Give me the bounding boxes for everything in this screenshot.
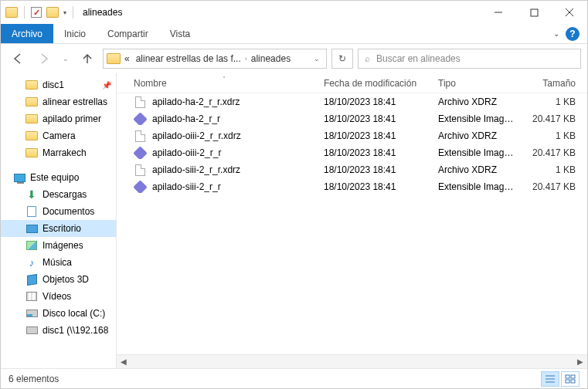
column-type[interactable]: Tipo bbox=[433, 78, 523, 89]
file-row[interactable]: apilado-ha-2_r_r.xdrz18/10/2023 18:41Arc… bbox=[117, 93, 587, 110]
breadcrumb-item[interactable]: alineades bbox=[249, 53, 293, 64]
separator bbox=[24, 6, 25, 19]
qat-properties-icon[interactable]: ✓ bbox=[31, 7, 42, 18]
cell-size: 1 KB bbox=[523, 130, 580, 141]
file-rows: apilado-ha-2_r_r.xdrz18/10/2023 18:41Arc… bbox=[117, 93, 587, 354]
tree-pc-item[interactable]: Documentos bbox=[1, 203, 116, 220]
tree-pc-item[interactable]: Disco local (C:) bbox=[1, 305, 116, 322]
tree-quick-item[interactable]: apilado primer bbox=[1, 110, 116, 127]
tree-pc-item[interactable]: Vídeos bbox=[1, 288, 116, 305]
minimize-button[interactable] bbox=[481, 1, 516, 24]
folder-icon bbox=[25, 147, 38, 159]
status-bar: 6 elementos bbox=[1, 368, 587, 388]
tree-this-pc[interactable]: Este equipo bbox=[1, 169, 116, 186]
cell-date: 18/10/2023 18:41 bbox=[319, 164, 433, 175]
tree-item-label: Marrakech bbox=[42, 147, 87, 158]
tree-pc-item[interactable]: Escritorio bbox=[1, 220, 116, 237]
file-row[interactable]: apilado-oiii-2_r_r18/10/2023 18:41Extens… bbox=[117, 144, 587, 161]
address-bar[interactable]: « alinear estrellas de las f... › alinea… bbox=[103, 49, 327, 69]
chevron-right-icon[interactable]: › bbox=[245, 55, 247, 63]
tree-pc-item[interactable]: Imágenes bbox=[1, 237, 116, 254]
file-row[interactable]: apilado-oiii-2_r_r.xdrz18/10/2023 18:41A… bbox=[117, 127, 587, 144]
tree-quick-item[interactable]: disc1📌 bbox=[1, 76, 116, 93]
close-button[interactable] bbox=[552, 1, 587, 24]
app-icon[interactable] bbox=[5, 7, 18, 18]
file-row[interactable]: apilado-siii-2_r_r.xdrz18/10/2023 18:41A… bbox=[117, 161, 587, 178]
help-icon[interactable]: ? bbox=[566, 27, 580, 41]
tree-pc-item[interactable]: ⬇Descargas bbox=[1, 186, 116, 203]
svg-rect-10 bbox=[571, 380, 575, 383]
cell-type: Extensible Image ... bbox=[433, 113, 523, 124]
cell-date: 18/10/2023 18:41 bbox=[319, 113, 433, 124]
tree-item-label: Vídeos bbox=[42, 291, 71, 302]
crumb-overflow[interactable]: « bbox=[122, 53, 132, 64]
view-icons-button[interactable] bbox=[561, 371, 580, 387]
tree-pc-item[interactable]: disc1 (\\192.168 bbox=[1, 322, 116, 339]
address-folder-icon bbox=[107, 53, 121, 64]
status-count: 6 elementos bbox=[8, 374, 59, 384]
tree-quick-item[interactable]: Camera bbox=[1, 127, 116, 144]
desk-icon bbox=[25, 222, 38, 235]
ribbon-tab-share[interactable]: Compartir bbox=[97, 24, 159, 43]
tree-pc-item[interactable]: ♪Música bbox=[1, 254, 116, 271]
ribbon: Archivo Inicio Compartir Vista ⌄ ? bbox=[1, 24, 587, 44]
column-date[interactable]: Fecha de modificación bbox=[319, 78, 433, 89]
file-icon bbox=[134, 164, 146, 176]
disk-icon bbox=[25, 307, 38, 320]
cell-size: 20.417 KB bbox=[523, 181, 580, 192]
cell-type: Archivo XDRZ bbox=[433, 164, 523, 175]
search-input[interactable]: ⌕ Buscar en alineades bbox=[358, 49, 581, 69]
file-name: apilado-oiii-2_r_r bbox=[152, 147, 221, 158]
img-icon bbox=[25, 239, 38, 252]
file-name: apilado-siii-2_r_r.xdrz bbox=[152, 164, 240, 175]
cell-date: 18/10/2023 18:41 bbox=[319, 130, 433, 141]
tree-quick-item[interactable]: alinear estrellas bbox=[1, 93, 116, 110]
scroll-left-icon[interactable]: ◀ bbox=[117, 357, 131, 366]
svg-rect-8 bbox=[571, 375, 575, 378]
navigation-tree[interactable]: disc1📌alinear estrellasapilado primerCam… bbox=[1, 73, 117, 368]
qat-customize-icon[interactable]: ▾ bbox=[63, 9, 66, 16]
up-button[interactable] bbox=[76, 49, 98, 69]
file-row[interactable]: apilado-siii-2_r_r18/10/2023 18:41Extens… bbox=[117, 178, 587, 195]
ribbon-tab-view[interactable]: Vista bbox=[159, 24, 201, 43]
file-icon bbox=[134, 130, 146, 142]
separator bbox=[73, 6, 73, 19]
tree-pc-item[interactable]: Objetos 3D bbox=[1, 271, 116, 288]
maximize-button[interactable] bbox=[516, 1, 552, 24]
vid-icon bbox=[25, 290, 38, 303]
back-button[interactable] bbox=[7, 49, 29, 69]
window-controls bbox=[481, 1, 587, 24]
file-name: apilado-ha-2_r_r bbox=[152, 113, 220, 124]
column-size[interactable]: Tamaño bbox=[523, 78, 580, 89]
ribbon-expand-icon[interactable]: ⌄ bbox=[553, 29, 559, 38]
column-name[interactable]: Nombre˄ bbox=[129, 78, 319, 89]
xisf-icon bbox=[134, 181, 146, 193]
quick-access-toolbar: ✓ ▾ bbox=[5, 6, 75, 19]
view-details-button[interactable] bbox=[541, 371, 559, 387]
cell-size: 20.417 KB bbox=[523, 147, 580, 158]
horizontal-scrollbar[interactable]: ◀ ▶ bbox=[117, 354, 587, 368]
recent-locations-button[interactable]: ⌄ bbox=[59, 49, 72, 69]
file-row[interactable]: apilado-ha-2_r_r18/10/2023 18:41Extensib… bbox=[117, 110, 587, 127]
file-list-pane: Nombre˄ Fecha de modificación Tipo Tamañ… bbox=[117, 73, 587, 368]
window-title: alineades bbox=[83, 7, 122, 18]
titlebar: ✓ ▾ alineades bbox=[1, 1, 587, 24]
cell-date: 18/10/2023 18:41 bbox=[319, 147, 433, 158]
search-placeholder: Buscar en alineades bbox=[376, 53, 461, 64]
tree-quick-item[interactable]: Marrakech bbox=[1, 144, 116, 161]
qat-newfolder-icon[interactable] bbox=[46, 7, 59, 18]
content-area: disc1📌alinear estrellasapilado primerCam… bbox=[1, 73, 587, 368]
svg-rect-7 bbox=[566, 375, 569, 378]
tree-item-label: Objetos 3D bbox=[42, 274, 89, 285]
folder-icon bbox=[25, 130, 38, 142]
breadcrumb-item[interactable]: alinear estrellas de las f... bbox=[134, 53, 243, 64]
tree-item-label: Documentos bbox=[42, 206, 94, 217]
ribbon-tab-home[interactable]: Inicio bbox=[53, 24, 97, 43]
ribbon-tab-file[interactable]: Archivo bbox=[1, 24, 53, 43]
address-dropdown-icon[interactable]: ⌄ bbox=[311, 55, 323, 63]
refresh-button[interactable]: ↻ bbox=[331, 49, 353, 69]
tree-item-label: alinear estrellas bbox=[42, 96, 107, 107]
forward-button[interactable] bbox=[33, 49, 55, 69]
3d-icon bbox=[25, 273, 38, 286]
scroll-right-icon[interactable]: ▶ bbox=[573, 357, 587, 366]
